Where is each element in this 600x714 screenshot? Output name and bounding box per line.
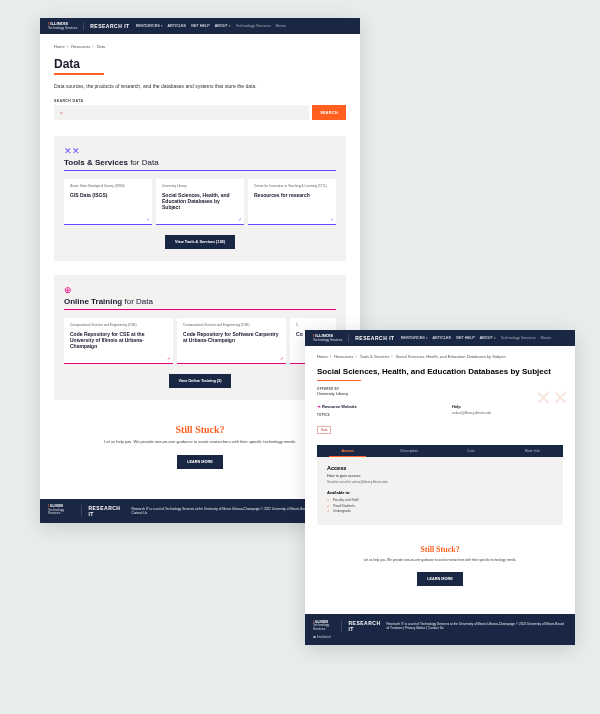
tool-card[interactable]: Illinois State Geological Survey (ISGS) … (64, 179, 152, 225)
stuck-text: Let us help you. We provide one-on-one g… (62, 439, 338, 445)
tools-icon: ✕✕ (64, 146, 336, 156)
help-heading: Help (452, 404, 563, 409)
arrow-icon: ↗ (167, 356, 170, 361)
resource-tabs: Access Description Cost More Info (317, 445, 563, 457)
primary-nav: RESOURCES ARTICLES GET HELP ABOUT Techno… (401, 336, 551, 340)
nav-get-help[interactable]: GET HELP (456, 336, 475, 340)
globe-icon: ⊕ (64, 285, 336, 295)
facilitated-badge: ⦿ Facilitated (313, 635, 567, 639)
learn-more-button[interactable]: LEARN MORE (177, 455, 223, 469)
audience-item: ✓Faculty and Staff (327, 498, 553, 502)
nav-about[interactable]: ABOUT (215, 24, 231, 28)
card-title: GIS Data (ISGS) (70, 192, 146, 198)
unit-brand: RESEARCH IT (90, 23, 129, 29)
section-tools-services: ✕✕ Tools & Services for Data Illinois St… (54, 136, 346, 261)
title-accent (54, 73, 104, 75)
still-stuck-cta: Still Stuck? Let us help you. We provide… (54, 414, 346, 485)
search-button[interactable]: SEARCH (312, 105, 346, 120)
global-header: I ILLINOIS Technology Services RESEARCH … (40, 18, 360, 34)
tab-description[interactable]: Description (379, 445, 441, 457)
topic-tag[interactable]: Data (317, 426, 331, 434)
page-resource-detail: I ILLINOIS Technology Services RESEARCH … (305, 330, 575, 645)
check-icon: ✓ (327, 509, 330, 513)
card-eyebrow: Computational Science and Engineering (C… (70, 324, 167, 328)
help-email[interactable]: askus@library.illinois.edu (452, 411, 563, 415)
card-eyebrow: University Library (162, 185, 238, 189)
nav-resources[interactable]: RESOURCES (136, 24, 163, 28)
search-icon: ⌕ (60, 110, 63, 115)
search-input[interactable]: ⌕ (54, 105, 309, 120)
footer-brand: I ILLINOIS Technology Services (48, 505, 82, 516)
breadcrumb: Home› Resources› Tools & Services› Socia… (317, 354, 563, 359)
resource-title: Social Sciences, Health, and Education D… (317, 367, 563, 377)
link-icon: ⇥ (317, 404, 320, 409)
nav-about[interactable]: ABOUT (480, 336, 496, 340)
stuck-heading: Still Stuck? (62, 424, 338, 435)
footer-text: Research IT is a unit of Technology Serv… (387, 622, 568, 630)
crumb-home[interactable]: Home (317, 354, 328, 359)
card-title: Resources for research (254, 192, 330, 198)
nav-secondary-1[interactable]: Technology Services (501, 336, 536, 340)
access-sub: How to gain access: (327, 474, 553, 478)
unit-brand: RESEARCH IT (355, 335, 394, 341)
learn-more-button[interactable]: LEARN MORE (417, 572, 463, 586)
global-footer: I ILLINOIS Technology Services RESEARCH … (305, 614, 575, 645)
search-label: SEARCH DATA (54, 99, 346, 103)
section-online-training: ⊕ Online Training for Data Computational… (54, 275, 346, 400)
card-eyebrow: Center for Innovation in Teaching & Lear… (254, 185, 330, 189)
crumb-tools[interactable]: Tools & Services (360, 354, 390, 359)
training-card[interactable]: Computational Science and Engineering (C… (64, 318, 173, 364)
crumb-current: Data (97, 44, 105, 49)
offered-by-value: University Library (317, 391, 563, 396)
primary-nav: RESOURCES ARTICLES GET HELP ABOUT Techno… (136, 24, 286, 28)
still-stuck-cta: Still Stuck? Let us help you. We provide… (317, 535, 563, 602)
crumb-resources[interactable]: Resources (334, 354, 353, 359)
title-accent (317, 380, 361, 382)
card-eyebrow: Illinois State Geological Survey (ISGS) (70, 185, 146, 189)
audience-item: ✓Grad Students (327, 504, 553, 508)
nav-articles[interactable]: ARTICLES (433, 336, 452, 340)
arrow-icon: ↗ (238, 217, 241, 222)
footer-brand: I ILLINOIS Technology Services (313, 621, 342, 632)
tool-card[interactable]: University Library Social Sciences, Heal… (156, 179, 244, 225)
card-title: Code Repository for CSE at the Universit… (70, 331, 167, 349)
access-heading: Access (327, 465, 553, 471)
available-to-heading: Available to: (327, 490, 553, 495)
access-instruction: Send an email to askus@library.illinois.… (327, 480, 553, 484)
campus-brand: I ILLINOIS Technology Services (48, 22, 84, 30)
training-card[interactable]: Computational Science and Engineering (C… (177, 318, 286, 364)
view-all-training-button[interactable]: View Online Training (3) (169, 374, 232, 388)
global-header: I ILLINOIS Technology Services RESEARCH … (305, 330, 575, 346)
tab-cost[interactable]: Cost (440, 445, 502, 457)
training-heading: Online Training for Data (64, 297, 336, 310)
breadcrumb: Home› Resources› Data (54, 44, 346, 49)
stuck-text: Let us help you. We provide one-on-one g… (325, 558, 555, 562)
crumb-current: Social Sciences, Health, and Education D… (396, 354, 506, 359)
footer-unit: RESEARCH IT (88, 505, 125, 517)
card-eyebrow: Computational Science and Engineering (C… (183, 324, 280, 328)
nav-articles[interactable]: ARTICLES (168, 24, 187, 28)
resource-website-link[interactable]: ⇥Resource Website (317, 404, 428, 409)
nav-get-help[interactable]: GET HELP (191, 24, 210, 28)
nav-secondary-1[interactable]: Technology Services (236, 24, 271, 28)
nav-resources[interactable]: RESOURCES (401, 336, 428, 340)
tools-heading: Tools & Services for Data (64, 158, 336, 171)
tab-access[interactable]: Access (317, 445, 379, 457)
arrow-icon: ↗ (280, 356, 283, 361)
campus-brand: I ILLINOIS Technology Services (313, 334, 349, 342)
view-all-tools-button[interactable]: View Tools & Services (138) (165, 235, 235, 249)
arrow-icon: ↗ (146, 217, 149, 222)
card-eyebrow: C (296, 324, 330, 328)
nav-secondary-2[interactable]: Illinois (541, 336, 552, 340)
topics-label: TOPICS (317, 413, 428, 417)
page-title: Data (54, 57, 346, 71)
audience-item: ✓Undergrads (327, 509, 553, 513)
crumb-resources[interactable]: Resources (71, 44, 90, 49)
tab-more-info[interactable]: More Info (502, 445, 564, 457)
page-lead: Data sources, the products of research, … (54, 83, 346, 89)
tool-card[interactable]: Center for Innovation in Teaching & Lear… (248, 179, 336, 225)
stuck-heading: Still Stuck? (325, 545, 555, 554)
crumb-home[interactable]: Home (54, 44, 65, 49)
nav-secondary-2[interactable]: Illinois (276, 24, 287, 28)
arrow-icon: ↗ (330, 217, 333, 222)
